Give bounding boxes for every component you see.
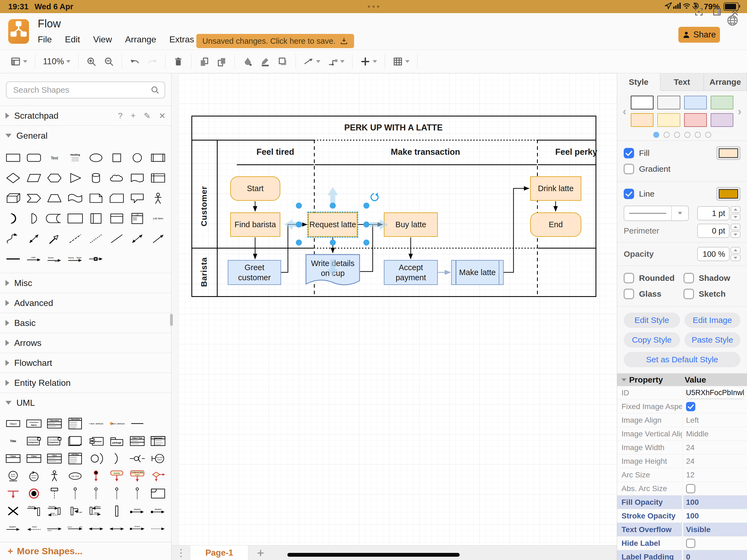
shape-uml-boundary-object[interactable]: BoundaryObject: [148, 450, 169, 467]
drawing-canvas[interactable]: PERK UP WITH A LATTECustomerBaristaFeel …: [172, 73, 617, 560]
shape-uml-callback[interactable]: callbackreturn: [85, 502, 106, 520]
tb-panel-button[interactable]: [712, 7, 722, 17]
shape-diamond[interactable]: [3, 168, 24, 188]
shape-bidirectional-connector[interactable]: [127, 229, 148, 249]
property-row[interactable]: Image AlignLeft: [617, 413, 747, 427]
shape-uml-frame[interactable]: [148, 485, 169, 502]
sidebar-section-flowchart[interactable]: Flowchart: [0, 353, 171, 373]
property-row[interactable]: Arc Size12: [617, 468, 747, 482]
shape-directional-connector[interactable]: [148, 229, 169, 249]
lane-label-barista[interactable]: Barista: [191, 248, 217, 296]
style-preset-1[interactable]: [657, 96, 680, 109]
menu-file[interactable]: File: [38, 34, 52, 45]
shape-document[interactable]: [127, 168, 148, 188]
property-row[interactable]: Hide Label: [617, 536, 747, 550]
shape-uml-lifeline-box[interactable]: [44, 485, 65, 502]
id-input[interactable]: U5RXhFocPbInwl: [686, 387, 744, 399]
add-icon[interactable]: +: [131, 111, 136, 121]
shape-list[interactable]: List: [127, 208, 148, 229]
zoom-select[interactable]: 110%: [43, 57, 71, 67]
shape-uml-blank[interactable]: [148, 415, 169, 432]
shape-uml-lifeline-3[interactable]: [85, 485, 106, 502]
pool-title[interactable]: PERK UP WITH A LATTE: [191, 116, 595, 140]
shape-dashed-line[interactable]: [65, 229, 85, 249]
shape-uml-actor[interactable]: [44, 467, 65, 485]
tb-zin-button[interactable]: [86, 56, 97, 67]
shape-hexagon[interactable]: [44, 168, 65, 188]
shape-arrow-two-label[interactable]: SourceTarget: [65, 249, 85, 269]
shape-uml-association[interactable]: name: [44, 520, 65, 537]
perimeter-field[interactable]: 0 pt: [697, 224, 729, 238]
shape-uml-required-interface[interactable]: [106, 450, 127, 467]
shape-connector-symbol[interactable]: [85, 249, 106, 269]
property-row[interactable]: Text OverflowVisible: [617, 523, 747, 536]
phase-feel-perky[interactable]: Feel perky: [537, 140, 616, 164]
shadow-checkbox[interactable]: [684, 273, 694, 283]
shape-cloud[interactable]: [106, 168, 127, 188]
node-end[interactable]: End: [530, 212, 581, 237]
sidebar-section-arrows[interactable]: Arrows: [0, 333, 171, 353]
sidebar-section-general[interactable]: General: [0, 126, 171, 146]
shape-uml-assembly[interactable]: [127, 450, 148, 467]
line-color-swatch[interactable]: [716, 187, 741, 201]
node-start[interactable]: Start: [230, 176, 280, 201]
shape-horizontal-container[interactable]: [106, 208, 127, 229]
tb-redo-button[interactable]: [147, 56, 157, 67]
menu-edit[interactable]: Edit: [65, 34, 80, 45]
tb-zout-button[interactable]: [104, 56, 114, 67]
style-preset-6[interactable]: [684, 113, 707, 127]
node-greet-customer[interactable]: Greet customer: [228, 260, 281, 285]
tb-way-button[interactable]: [328, 56, 344, 67]
unsaved-changes-button[interactable]: Unsaved changes. Click here to save.: [196, 34, 354, 48]
node-find-barista[interactable]: Find barista: [230, 212, 280, 237]
shape-vertical-container[interactable]: [85, 208, 106, 229]
shape-uml-activity[interactable]: Activity: [106, 467, 127, 485]
shape-uml-lifeline-5[interactable]: [127, 485, 148, 502]
opacity-stepper[interactable]: [730, 247, 741, 261]
property-row[interactable]: Stroke Opacity100: [617, 509, 747, 523]
shape-uml-title[interactable]: Title: [3, 432, 24, 450]
more-shapes-button[interactable]: + More Shapes...: [0, 542, 171, 560]
sidebar-section-advanced[interactable]: Advanced: [0, 293, 171, 313]
shape-uml-dispatch-bar[interactable]: dispatch: [24, 502, 44, 520]
shape-internal-storage[interactable]: [148, 168, 169, 188]
shape-or[interactable]: [3, 208, 24, 229]
shape-uml-class-3[interactable]: Classname: [44, 415, 65, 432]
menu-view[interactable]: View: [93, 34, 112, 45]
rounded-checkbox[interactable]: [624, 273, 634, 283]
shape-curve[interactable]: [3, 229, 24, 249]
shape-uml-return[interactable]: return: [24, 520, 44, 537]
style-preset-0[interactable]: [631, 96, 653, 109]
shape-uml-object[interactable]: Object: [3, 415, 24, 432]
fill-checkbox[interactable]: [624, 148, 634, 158]
shape-uml-join[interactable]: [3, 485, 24, 502]
shape-uml-dotted-link[interactable]: [148, 520, 169, 537]
tb-fill-button[interactable]: [242, 56, 253, 67]
property-row[interactable]: IDU5RXhFocPbInwl: [617, 386, 747, 400]
gradient-checkbox[interactable]: [624, 164, 634, 174]
line-style-select[interactable]: [624, 206, 689, 221]
preset-page-dot-3[interactable]: [685, 132, 690, 138]
fill-color-swatch[interactable]: [716, 146, 741, 160]
shape-tape[interactable]: [65, 188, 85, 208]
preset-page-dot-4[interactable]: [695, 132, 701, 138]
property-row[interactable]: Fixed Image Aspect: [617, 400, 747, 413]
phase-make-transaction[interactable]: Make transaction: [314, 140, 537, 164]
shape-uml-bidirectional-2[interactable]: [106, 520, 127, 537]
shape-uml-provided-interface[interactable]: [85, 450, 106, 467]
sidebar-section-misc[interactable]: Misc: [0, 273, 171, 293]
paste-style-button[interactable]: Paste Style: [685, 332, 741, 348]
shape-uml-destroy[interactable]: [3, 502, 24, 520]
shape-uml-lifeline-4[interactable]: [106, 485, 127, 502]
shape-uml-table[interactable]: Tablename: [148, 432, 169, 450]
close-icon[interactable]: ✕: [159, 111, 166, 121]
preset-page-dots[interactable]: [620, 132, 744, 138]
node-make-latte[interactable]: Make latte: [451, 260, 504, 285]
shape-uml-dispatch-return[interactable]: dispatchreturn: [44, 502, 65, 520]
edit-icon[interactable]: ✎: [144, 111, 151, 121]
shape-uml-module[interactable]: Module: [85, 432, 106, 450]
shape-rounded-rectangle[interactable]: [24, 148, 44, 168]
shape-text[interactable]: Text: [44, 148, 65, 168]
add-page-button[interactable]: +: [248, 545, 273, 560]
preset-page-dot-0[interactable]: [653, 132, 659, 138]
